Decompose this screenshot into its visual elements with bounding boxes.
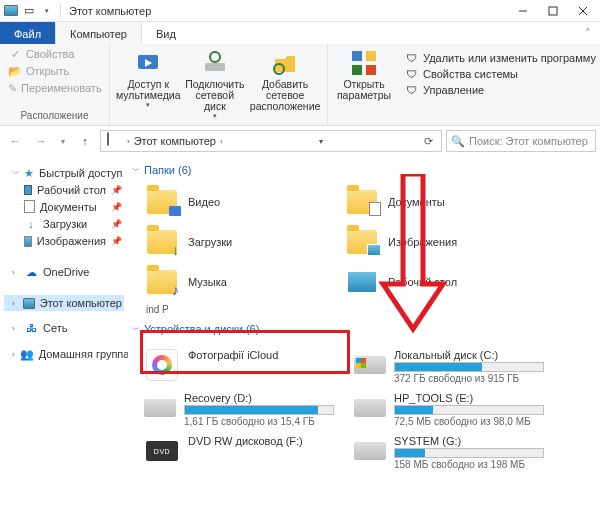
ribbon: ✓Свойства 📂Открыть ✎Переименовать Распол… <box>0 44 600 126</box>
tab-file[interactable]: Файл <box>0 22 55 44</box>
drive-icon <box>354 356 386 374</box>
drive-item[interactable]: SYSTEM (G:)158 МБ свободно из 198 МБ <box>338 431 548 474</box>
sidebar-downloads[interactable]: ↓Загрузки📌 <box>4 215 124 233</box>
drive-name: Локальный диск (C:) <box>394 349 544 361</box>
folders-section-header[interactable]: ﹀ Папки (6) <box>128 162 594 182</box>
address-bar[interactable]: › Этот компьютер › ▾ ⟳ <box>100 130 442 152</box>
svg-rect-12 <box>366 65 376 75</box>
chevron-right-icon[interactable]: › <box>220 137 223 146</box>
refresh-icon[interactable]: ⟳ <box>419 135 439 148</box>
system-properties-button[interactable]: 🛡Свойства системы <box>404 66 596 82</box>
maximize-button[interactable] <box>538 0 568 22</box>
sidebar-documents[interactable]: Документы📌 <box>4 198 124 215</box>
breadcrumb-segment[interactable]: Этот компьютер <box>130 135 220 147</box>
drive-name: HP_TOOLS (E:) <box>394 392 544 404</box>
drive-freespace: 158 МБ свободно из 198 МБ <box>394 459 544 470</box>
tab-view[interactable]: Вид <box>142 22 190 44</box>
properties-button: ✓Свойства <box>6 46 103 62</box>
sidebar-homegroup[interactable]: ›👥Домашняя группа <box>4 345 124 363</box>
svg-rect-1 <box>549 7 557 15</box>
manage-button[interactable]: 🛡Управление <box>404 82 596 98</box>
svg-rect-10 <box>366 51 376 61</box>
nav-back-button[interactable]: ← <box>4 130 26 152</box>
pin-icon: 📌 <box>111 219 122 229</box>
qat-dropdown-icon[interactable]: ▾ <box>40 4 54 18</box>
drive-freespace: 372 ГБ свободно из 915 ГБ <box>394 373 544 384</box>
folder-icon <box>147 230 177 254</box>
map-netdrive-button[interactable]: Подключить сетевой диск▾ <box>184 46 245 120</box>
drive-item[interactable]: Recovery (D:)1,61 ГБ свободно из 15,4 ГБ <box>128 388 338 431</box>
drive-freespace: 1,61 ГБ свободно из 15,4 ГБ <box>184 416 334 427</box>
folder-downloads[interactable]: Загрузки <box>128 222 328 262</box>
capacity-bar <box>394 405 544 415</box>
svg-rect-6 <box>205 63 225 71</box>
folder-icon <box>347 190 377 214</box>
drive-name: Recovery (D:) <box>184 392 334 404</box>
nav-up-button[interactable]: ↑ <box>74 130 96 152</box>
close-button[interactable] <box>568 0 598 22</box>
homegroup-icon: 👥 <box>20 347 34 361</box>
drive-freespace: 72,5 МБ свободно из 98,0 МБ <box>394 416 544 427</box>
nav-row: ← → ▾ ↑ › Этот компьютер › ▾ ⟳ 🔍 Поиск: … <box>0 126 600 156</box>
sidebar-network[interactable]: ›🖧Сеть <box>4 319 124 337</box>
media-icon <box>133 48 163 78</box>
pin-icon: 📌 <box>111 202 122 212</box>
sidebar-pictures[interactable]: Изображения📌 <box>4 233 124 249</box>
uninstall-icon: 🛡 <box>404 51 418 65</box>
folder-icon <box>347 230 377 254</box>
search-input[interactable]: 🔍 Поиск: Этот компьютер <box>446 130 596 152</box>
settings-icon <box>349 48 379 78</box>
titlebar: ▭ ▾ Этот компьютер <box>0 0 600 22</box>
minimize-button[interactable] <box>508 0 538 22</box>
folder-videos[interactable]: Видео <box>128 182 328 222</box>
nav-history-button[interactable]: ▾ <box>56 130 70 152</box>
pin-icon: 📌 <box>111 185 122 195</box>
chevron-down-icon: ﹀ <box>132 324 140 335</box>
ribbon-tabs: Файл Компьютер Вид ˄ <box>0 22 600 44</box>
sysprops-icon: 🛡 <box>404 67 418 81</box>
group-location-label: Расположение <box>6 110 103 123</box>
svg-point-7 <box>210 52 220 62</box>
uninstall-program-button[interactable]: 🛡Удалить или изменить программу <box>404 50 596 66</box>
capacity-bar <box>394 362 544 372</box>
star-icon: ★ <box>24 166 34 180</box>
addnet-icon <box>270 48 300 78</box>
sidebar-desktop[interactable]: Рабочий стол📌 <box>4 182 124 198</box>
chevron-down-icon: ﹀ <box>132 165 140 176</box>
pictures-icon <box>24 236 32 247</box>
media-access-button[interactable]: Доступ к мультимедиа▾ <box>116 46 180 120</box>
download-icon: ↓ <box>24 217 38 231</box>
qat-props-icon[interactable]: ▭ <box>22 4 36 18</box>
document-icon <box>24 200 35 213</box>
sidebar-this-pc[interactable]: ›Этот компьютер <box>4 295 124 311</box>
desktop-icon <box>347 271 377 293</box>
collapse-ribbon-icon[interactable]: ˄ <box>576 22 600 44</box>
content-pane: ﹀ Папки (6) Видео Документы Загрузки Изо… <box>128 156 600 507</box>
nav-sidebar: ﹀★Быстрый доступ Рабочий стол📌 Документы… <box>0 156 128 507</box>
sidebar-quick-access[interactable]: ﹀★Быстрый доступ <box>4 164 124 182</box>
drive-item[interactable]: Локальный диск (C:)372 ГБ свободно из 91… <box>338 345 548 388</box>
sidebar-onedrive[interactable]: ›☁OneDrive <box>4 263 124 281</box>
open-settings-button[interactable]: Открыть параметры <box>334 46 394 101</box>
address-dropdown-icon[interactable]: ▾ <box>311 137 331 146</box>
window-title: Этот компьютер <box>69 5 151 17</box>
drive-item[interactable]: HP_TOOLS (E:)72,5 МБ свободно из 98,0 МБ <box>338 388 548 431</box>
capacity-bar <box>394 448 544 458</box>
folder-music[interactable]: Музыка <box>128 262 328 302</box>
drive-icon <box>144 399 176 417</box>
folder-icon <box>147 190 177 214</box>
pin-icon: 📌 <box>111 236 122 246</box>
add-netloc-button[interactable]: Добавить сетевое расположение <box>249 46 321 120</box>
tab-computer[interactable]: Компьютер <box>55 22 142 44</box>
search-placeholder: Поиск: Этот компьютер <box>469 135 588 147</box>
drive-icon <box>354 442 386 460</box>
app-icon <box>4 4 18 18</box>
drive-icon <box>354 399 386 417</box>
drive-name: DVD RW дисковод (F:) <box>188 435 303 447</box>
nav-forward-button: → <box>30 130 52 152</box>
netdrive-icon <box>200 48 230 78</box>
arrow-annotation <box>378 174 448 334</box>
svg-rect-11 <box>352 65 362 75</box>
drive-item[interactable]: DVD RW дисковод (F:) <box>128 431 338 474</box>
manage-icon: 🛡 <box>404 83 418 97</box>
